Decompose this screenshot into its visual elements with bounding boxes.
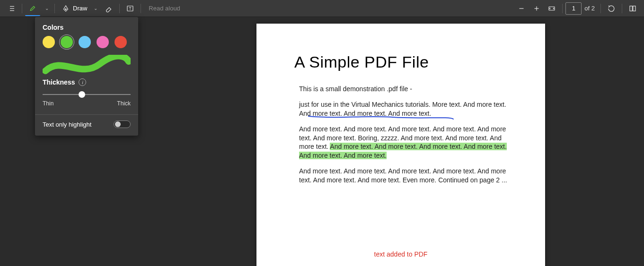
highlight-options-popover: Colors Thickness i Thin Thick Text only … xyxy=(35,17,138,136)
rotate-button[interactable] xyxy=(604,1,619,16)
document-title: A Simple PDF File xyxy=(294,53,507,71)
slider-thumb[interactable] xyxy=(79,91,85,98)
color-swatch-green[interactable] xyxy=(61,36,73,48)
paragraph-1: This is a small demonstration .pdf file … xyxy=(294,85,507,94)
para3-highlight-1: And more text. And more text. And more t… xyxy=(330,143,507,150)
color-swatch-red[interactable] xyxy=(115,36,127,48)
para2-underlined: And more text. And more text. And more t… xyxy=(299,110,431,117)
paragraph-4: And more text. And more text. And more t… xyxy=(294,167,507,185)
added-text-annotation[interactable]: text added to PDF xyxy=(256,250,545,258)
separator xyxy=(119,4,120,13)
chevron-down-icon: ⌄ xyxy=(45,6,49,11)
color-swatch-row xyxy=(43,36,131,48)
text-only-toggle-row: Text only highlight xyxy=(43,120,131,128)
table-of-contents-button[interactable] xyxy=(4,1,19,16)
highlight-dropdown-button[interactable]: ⌄ xyxy=(40,1,52,16)
text-only-toggle[interactable] xyxy=(114,120,131,128)
svg-point-6 xyxy=(65,9,66,9)
page-view-button[interactable] xyxy=(625,1,640,16)
separator xyxy=(22,4,22,13)
slider-track xyxy=(43,94,131,95)
separator xyxy=(54,4,55,13)
color-swatch-pink[interactable] xyxy=(97,36,109,48)
thickness-row: Thickness i xyxy=(43,78,131,86)
paragraph-3: And more text. And more text. And more t… xyxy=(294,125,507,161)
add-text-button[interactable]: T xyxy=(123,1,138,16)
page-number-input[interactable] xyxy=(565,2,582,15)
separator xyxy=(562,4,563,13)
fit-page-button[interactable] xyxy=(544,1,559,16)
erase-button[interactable] xyxy=(101,1,116,16)
pdf-page: A Simple PDF File This is a small demons… xyxy=(256,24,545,266)
colors-title: Colors xyxy=(43,24,131,31)
svg-rect-14 xyxy=(630,6,632,11)
svg-rect-15 xyxy=(633,6,635,11)
slider-labels: Thin Thick xyxy=(43,100,131,107)
chevron-down-icon: ⌄ xyxy=(94,6,97,11)
zoom-out-button[interactable] xyxy=(514,1,529,16)
toolbar-right: of 2 xyxy=(514,1,640,16)
toolbar: ⌄ Draw ⌄ T Read aloud of 2 xyxy=(0,0,644,17)
read-aloud-label: Read aloud xyxy=(149,5,180,12)
slider-min-label: Thin xyxy=(43,100,53,107)
draw-tool-button[interactable]: Draw ⌄ xyxy=(58,4,101,13)
para3-highlight-2: And more text. And more text. xyxy=(299,152,387,159)
color-swatch-yellow[interactable] xyxy=(43,36,55,48)
stroke-preview xyxy=(43,55,131,76)
separator xyxy=(600,4,601,13)
separator xyxy=(141,4,141,13)
svg-text:T: T xyxy=(129,7,132,11)
thickness-title: Thickness xyxy=(43,78,75,86)
thickness-slider[interactable] xyxy=(43,90,131,99)
read-aloud-button[interactable]: Read aloud xyxy=(144,1,185,16)
separator xyxy=(622,4,622,13)
color-swatch-blue[interactable] xyxy=(79,36,91,48)
zoom-in-button[interactable] xyxy=(529,1,544,16)
paragraph-2: just for use in the Virtual Mechanics tu… xyxy=(294,100,507,118)
para2-pre: just for use in the Virtual Mechanics tu… xyxy=(299,101,506,108)
page-total-label: of 2 xyxy=(584,5,595,12)
draw-label: Draw xyxy=(73,5,87,12)
info-icon[interactable]: i xyxy=(79,78,86,86)
toggle-knob xyxy=(115,121,121,127)
divider xyxy=(35,114,138,115)
text-only-label: Text only highlight xyxy=(43,121,91,128)
highlight-button[interactable] xyxy=(25,1,40,16)
slider-max-label: Thick xyxy=(117,100,131,107)
